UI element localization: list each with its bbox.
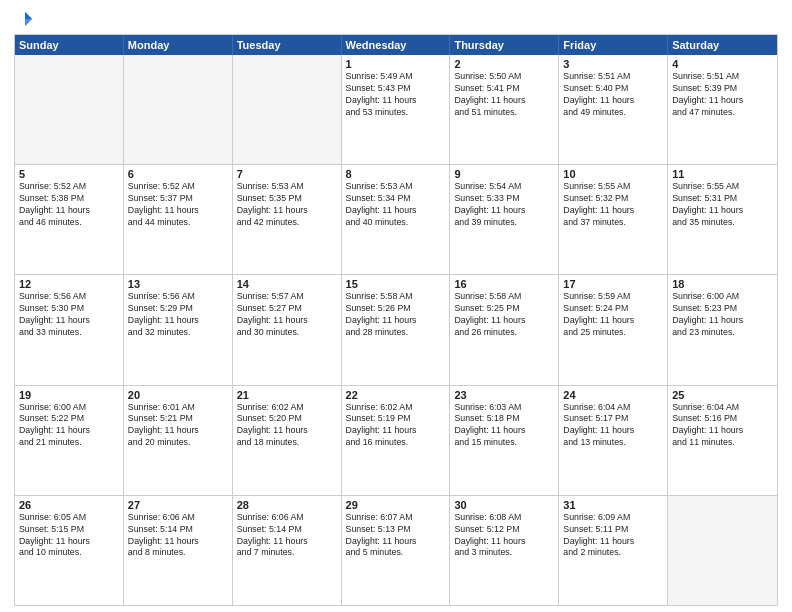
header-day-wednesday: Wednesday [342, 35, 451, 55]
cell-info-text: Sunrise: 6:01 AM Sunset: 5:21 PM Dayligh… [128, 402, 228, 450]
calendar-cell: 6Sunrise: 5:52 AM Sunset: 5:37 PM Daylig… [124, 165, 233, 274]
cell-info-text: Sunrise: 6:05 AM Sunset: 5:15 PM Dayligh… [19, 512, 119, 560]
logo [14, 10, 34, 28]
cell-date-number: 10 [563, 168, 663, 180]
calendar-row-4: 26Sunrise: 6:05 AM Sunset: 5:15 PM Dayli… [15, 495, 777, 605]
cell-info-text: Sunrise: 5:52 AM Sunset: 5:37 PM Dayligh… [128, 181, 228, 229]
calendar-cell: 2Sunrise: 5:50 AM Sunset: 5:41 PM Daylig… [450, 55, 559, 164]
cell-info-text: Sunrise: 6:07 AM Sunset: 5:13 PM Dayligh… [346, 512, 446, 560]
calendar-cell: 11Sunrise: 5:55 AM Sunset: 5:31 PM Dayli… [668, 165, 777, 274]
calendar-cell: 31Sunrise: 6:09 AM Sunset: 5:11 PM Dayli… [559, 496, 668, 605]
cell-date-number: 8 [346, 168, 446, 180]
calendar-cell [124, 55, 233, 164]
cell-date-number: 24 [563, 389, 663, 401]
calendar-cell: 20Sunrise: 6:01 AM Sunset: 5:21 PM Dayli… [124, 386, 233, 495]
cell-date-number: 5 [19, 168, 119, 180]
cell-date-number: 20 [128, 389, 228, 401]
cell-info-text: Sunrise: 5:56 AM Sunset: 5:30 PM Dayligh… [19, 291, 119, 339]
cell-date-number: 21 [237, 389, 337, 401]
calendar-cell: 4Sunrise: 5:51 AM Sunset: 5:39 PM Daylig… [668, 55, 777, 164]
cell-info-text: Sunrise: 6:09 AM Sunset: 5:11 PM Dayligh… [563, 512, 663, 560]
calendar-row-1: 5Sunrise: 5:52 AM Sunset: 5:38 PM Daylig… [15, 164, 777, 274]
cell-date-number: 29 [346, 499, 446, 511]
cell-date-number: 12 [19, 278, 119, 290]
cell-info-text: Sunrise: 6:02 AM Sunset: 5:20 PM Dayligh… [237, 402, 337, 450]
cell-info-text: Sunrise: 6:00 AM Sunset: 5:22 PM Dayligh… [19, 402, 119, 450]
calendar-cell: 22Sunrise: 6:02 AM Sunset: 5:19 PM Dayli… [342, 386, 451, 495]
calendar-cell: 26Sunrise: 6:05 AM Sunset: 5:15 PM Dayli… [15, 496, 124, 605]
calendar-cell: 23Sunrise: 6:03 AM Sunset: 5:18 PM Dayli… [450, 386, 559, 495]
cell-date-number: 11 [672, 168, 773, 180]
cell-info-text: Sunrise: 5:58 AM Sunset: 5:25 PM Dayligh… [454, 291, 554, 339]
cell-info-text: Sunrise: 6:02 AM Sunset: 5:19 PM Dayligh… [346, 402, 446, 450]
calendar-cell [668, 496, 777, 605]
calendar-cell: 9Sunrise: 5:54 AM Sunset: 5:33 PM Daylig… [450, 165, 559, 274]
cell-date-number: 19 [19, 389, 119, 401]
logo-icon [16, 10, 34, 28]
cell-date-number: 28 [237, 499, 337, 511]
header-day-sunday: Sunday [15, 35, 124, 55]
cell-info-text: Sunrise: 6:00 AM Sunset: 5:23 PM Dayligh… [672, 291, 773, 339]
calendar-cell: 10Sunrise: 5:55 AM Sunset: 5:32 PM Dayli… [559, 165, 668, 274]
cell-info-text: Sunrise: 5:52 AM Sunset: 5:38 PM Dayligh… [19, 181, 119, 229]
cell-date-number: 15 [346, 278, 446, 290]
cell-date-number: 25 [672, 389, 773, 401]
cell-date-number: 4 [672, 58, 773, 70]
cell-date-number: 23 [454, 389, 554, 401]
calendar-row-2: 12Sunrise: 5:56 AM Sunset: 5:30 PM Dayli… [15, 274, 777, 384]
calendar-cell: 13Sunrise: 5:56 AM Sunset: 5:29 PM Dayli… [124, 275, 233, 384]
cell-info-text: Sunrise: 5:49 AM Sunset: 5:43 PM Dayligh… [346, 71, 446, 119]
calendar-cell: 27Sunrise: 6:06 AM Sunset: 5:14 PM Dayli… [124, 496, 233, 605]
calendar-cell: 24Sunrise: 6:04 AM Sunset: 5:17 PM Dayli… [559, 386, 668, 495]
calendar-cell: 29Sunrise: 6:07 AM Sunset: 5:13 PM Dayli… [342, 496, 451, 605]
calendar-cell: 1Sunrise: 5:49 AM Sunset: 5:43 PM Daylig… [342, 55, 451, 164]
calendar-cell: 17Sunrise: 5:59 AM Sunset: 5:24 PM Dayli… [559, 275, 668, 384]
calendar-cell: 5Sunrise: 5:52 AM Sunset: 5:38 PM Daylig… [15, 165, 124, 274]
cell-info-text: Sunrise: 6:06 AM Sunset: 5:14 PM Dayligh… [237, 512, 337, 560]
cell-info-text: Sunrise: 5:50 AM Sunset: 5:41 PM Dayligh… [454, 71, 554, 119]
calendar-cell: 8Sunrise: 5:53 AM Sunset: 5:34 PM Daylig… [342, 165, 451, 274]
calendar-cell: 7Sunrise: 5:53 AM Sunset: 5:35 PM Daylig… [233, 165, 342, 274]
calendar-cell: 30Sunrise: 6:08 AM Sunset: 5:12 PM Dayli… [450, 496, 559, 605]
cell-date-number: 31 [563, 499, 663, 511]
cell-info-text: Sunrise: 5:55 AM Sunset: 5:31 PM Dayligh… [672, 181, 773, 229]
calendar-cell: 25Sunrise: 6:04 AM Sunset: 5:16 PM Dayli… [668, 386, 777, 495]
cell-date-number: 13 [128, 278, 228, 290]
calendar-cell: 16Sunrise: 5:58 AM Sunset: 5:25 PM Dayli… [450, 275, 559, 384]
cell-info-text: Sunrise: 5:51 AM Sunset: 5:40 PM Dayligh… [563, 71, 663, 119]
cell-info-text: Sunrise: 5:55 AM Sunset: 5:32 PM Dayligh… [563, 181, 663, 229]
cell-date-number: 16 [454, 278, 554, 290]
calendar-row-3: 19Sunrise: 6:00 AM Sunset: 5:22 PM Dayli… [15, 385, 777, 495]
calendar-cell [233, 55, 342, 164]
header-day-friday: Friday [559, 35, 668, 55]
calendar-header: SundayMondayTuesdayWednesdayThursdayFrid… [15, 35, 777, 55]
header [14, 10, 778, 28]
cell-date-number: 6 [128, 168, 228, 180]
calendar-cell: 12Sunrise: 5:56 AM Sunset: 5:30 PM Dayli… [15, 275, 124, 384]
cell-date-number: 9 [454, 168, 554, 180]
cell-info-text: Sunrise: 5:56 AM Sunset: 5:29 PM Dayligh… [128, 291, 228, 339]
cell-date-number: 18 [672, 278, 773, 290]
calendar-cell: 28Sunrise: 6:06 AM Sunset: 5:14 PM Dayli… [233, 496, 342, 605]
calendar-cell: 21Sunrise: 6:02 AM Sunset: 5:20 PM Dayli… [233, 386, 342, 495]
calendar-cell: 14Sunrise: 5:57 AM Sunset: 5:27 PM Dayli… [233, 275, 342, 384]
cell-info-text: Sunrise: 6:08 AM Sunset: 5:12 PM Dayligh… [454, 512, 554, 560]
cell-date-number: 1 [346, 58, 446, 70]
cell-date-number: 22 [346, 389, 446, 401]
calendar-cell: 19Sunrise: 6:00 AM Sunset: 5:22 PM Dayli… [15, 386, 124, 495]
cell-info-text: Sunrise: 6:04 AM Sunset: 5:16 PM Dayligh… [672, 402, 773, 450]
cell-info-text: Sunrise: 6:03 AM Sunset: 5:18 PM Dayligh… [454, 402, 554, 450]
cell-date-number: 30 [454, 499, 554, 511]
cell-date-number: 17 [563, 278, 663, 290]
cell-date-number: 26 [19, 499, 119, 511]
cell-date-number: 27 [128, 499, 228, 511]
cell-info-text: Sunrise: 5:53 AM Sunset: 5:35 PM Dayligh… [237, 181, 337, 229]
header-day-monday: Monday [124, 35, 233, 55]
calendar-cell [15, 55, 124, 164]
header-day-saturday: Saturday [668, 35, 777, 55]
cell-date-number: 2 [454, 58, 554, 70]
calendar-cell: 18Sunrise: 6:00 AM Sunset: 5:23 PM Dayli… [668, 275, 777, 384]
cell-date-number: 3 [563, 58, 663, 70]
cell-info-text: Sunrise: 5:53 AM Sunset: 5:34 PM Dayligh… [346, 181, 446, 229]
calendar-body: 1Sunrise: 5:49 AM Sunset: 5:43 PM Daylig… [15, 55, 777, 605]
